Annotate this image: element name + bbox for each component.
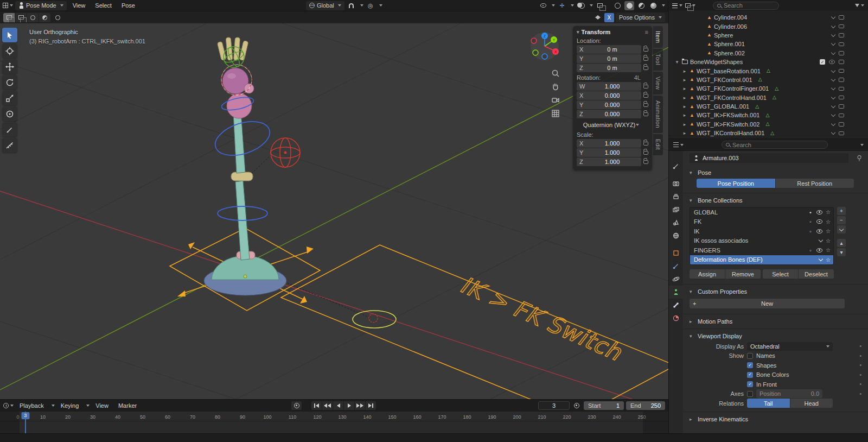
move-collection-up-button[interactable]: ▴ (837, 239, 846, 247)
tab-physics[interactable] (669, 273, 683, 286)
menu-marker[interactable]: Marker (114, 402, 141, 409)
number-field[interactable]: Z 1.000 (577, 157, 641, 166)
timeline-ruler[interactable]: 0102030405060708090100110120130140150160… (0, 412, 668, 421)
solo-star-icon[interactable]: ☆ (826, 228, 831, 234)
outliner-item-label[interactable]: Sphere.002 (714, 50, 745, 56)
outliner-row[interactable]: ▲ Sphere.001 △ ✓ (669, 40, 868, 48)
visibility-chevron[interactable] (552, 4, 555, 7)
pose-options-dropdown[interactable]: Pose Options (616, 13, 665, 22)
expander-icon[interactable]: ▸ (682, 122, 687, 127)
visibility-toggle[interactable] (538, 1, 548, 10)
overlays-chevron[interactable] (590, 4, 593, 7)
checkbox[interactable]: ✓ (747, 381, 753, 387)
add-collection-button[interactable]: + (837, 207, 846, 215)
current-frame-field[interactable]: 3 (538, 401, 570, 410)
gizmo-z-neg[interactable] (542, 54, 547, 59)
pose-mirror-icon-button[interactable] (593, 13, 603, 22)
elbow-joint[interactable] (231, 172, 253, 181)
disable-in-viewport-icon[interactable] (839, 113, 844, 118)
outliner-row[interactable]: ▲ Cylinder.006 △ ✓ (669, 22, 868, 30)
outliner-row[interactable]: ▸ ▲ WGT_IK>FKSwitch.002 △ ✓ (669, 120, 868, 129)
snap-options-chevron[interactable] (360, 4, 363, 7)
menu-playback[interactable]: Playback (16, 402, 48, 409)
outliner-row[interactable]: ▸ ▲ WGT_IK>FKSwitch.001 △ ✓ (669, 111, 868, 119)
number-field[interactable]: Z 0.000 (577, 110, 641, 118)
collection-checkbox[interactable]: ✓ (820, 59, 825, 65)
expander-icon[interactable]: ▸ (682, 112, 687, 118)
pose-section-header[interactable]: ▾Pose (690, 167, 863, 178)
shading-solid-button[interactable] (624, 1, 634, 10)
solo-star-icon[interactable]: ☆ (826, 257, 831, 263)
next-keyframe-button[interactable] (355, 401, 365, 410)
number-field[interactable]: Y 1.000 (577, 148, 641, 157)
decorator-dot[interactable]: • (859, 362, 861, 368)
checkbox[interactable]: ✓ (747, 372, 753, 378)
sidebar-tab[interactable]: Item (653, 26, 663, 48)
outliner-item-label[interactable]: WGT_FKControl.001 (697, 77, 752, 83)
lock-icon[interactable] (643, 160, 648, 164)
shading-material-button[interactable] (636, 1, 646, 10)
bone-collection-row[interactable]: GLOBAL • ☆ (690, 207, 833, 217)
disable-in-viewport-icon[interactable] (839, 60, 844, 64)
lock-icon[interactable] (643, 57, 648, 61)
start-frame-field[interactable]: Start1 (584, 401, 624, 410)
tab-object[interactable] (669, 247, 683, 260)
outliner-row[interactable]: ▸ ▲ WGT_IKControlHand.001 △ ✓ (669, 129, 868, 137)
cursor-tool-button[interactable] (2, 43, 17, 58)
solo-star-icon[interactable]: ☆ (826, 209, 831, 215)
action-button[interactable]: Select (763, 269, 798, 279)
play-button[interactable] (344, 401, 354, 410)
tab-object-data[interactable] (669, 286, 683, 299)
properties-editor-type-button[interactable] (673, 140, 684, 149)
number-field[interactable]: X 0 m (577, 45, 641, 54)
hide-toggle-icon[interactable] (831, 112, 835, 117)
outliner-item-label[interactable]: Cylinder.006 (714, 23, 747, 30)
select-mode-lasso-button[interactable] (39, 13, 50, 22)
timeline-track-area[interactable] (0, 421, 668, 433)
outliner-editor-type-button[interactable] (672, 1, 682, 10)
bone-collection-row[interactable]: IK ossos associados ☆ (690, 236, 833, 246)
sidebar-tab[interactable]: Tool (653, 49, 663, 70)
shading-rendered-button[interactable] (648, 1, 658, 10)
shading-chevron[interactable] (662, 4, 665, 7)
disable-in-viewport-icon[interactable] (839, 69, 844, 73)
outliner-item-label[interactable]: BoneWidgetShapes (690, 59, 743, 65)
motion-paths-header[interactable]: ▸Motion Paths (690, 316, 863, 327)
number-field[interactable]: W 1.000 (577, 82, 641, 91)
custom-properties-header[interactable]: ▾Custom Properties (690, 286, 863, 297)
pole-target-gizmo[interactable] (271, 138, 300, 167)
navigation-gizmo[interactable]: Z Y X (529, 31, 560, 61)
lock-icon[interactable] (643, 151, 648, 155)
menu-timeline-view[interactable]: View (92, 402, 112, 409)
hide-toggle-icon[interactable] (831, 33, 835, 37)
outliner-item-label[interactable]: WGT_FKControlHand.001 (697, 94, 767, 101)
disable-in-viewport-icon[interactable] (839, 131, 844, 136)
bone-collection-row[interactable]: FINGERS ◦ ☆ (690, 245, 833, 255)
jump-to-end-button[interactable] (366, 401, 376, 410)
disable-in-viewport-icon[interactable] (839, 51, 844, 55)
tab-bone[interactable] (669, 299, 683, 312)
outliner-row[interactable]: ▸ ▲ WGT_FKControlHand.001 △ ✓ (669, 93, 868, 102)
outliner-row[interactable]: ▸ ▲ WGT_FKControl.001 △ ✓ (669, 75, 868, 84)
segmented-button[interactable]: Tail (747, 399, 790, 408)
lock-icon[interactable] (643, 112, 648, 116)
decorator-dot[interactable]: • (859, 343, 861, 349)
gizmo-toggle[interactable]: ✛ (557, 1, 567, 10)
number-field[interactable]: X 1.000 (577, 139, 641, 148)
collection-visibility-icon[interactable] (816, 229, 822, 233)
number-field[interactable]: Y 0 m (577, 54, 641, 63)
outliner-item-label[interactable]: WGT_GLOBAL.001 (697, 103, 749, 110)
proportional-edit-toggle[interactable]: ◎ (366, 1, 375, 10)
jump-to-start-button[interactable] (311, 401, 322, 410)
measure-tool-button[interactable] (2, 138, 17, 153)
decorator-dot[interactable]: • (859, 353, 861, 359)
checkbox[interactable]: ✓ (747, 362, 753, 368)
action-button[interactable]: Remove (725, 269, 761, 279)
move-tool-button[interactable] (2, 59, 17, 74)
tab-world[interactable] (669, 229, 683, 242)
decorator-dot[interactable]: • (859, 372, 861, 378)
orientation-dropdown[interactable]: Global (306, 1, 344, 10)
viewport-3d[interactable]: IK > FK Switch (0, 23, 668, 399)
breadcrumb-field[interactable]: Armature.003 (690, 153, 848, 163)
hide-toggle-icon[interactable] (831, 104, 835, 108)
